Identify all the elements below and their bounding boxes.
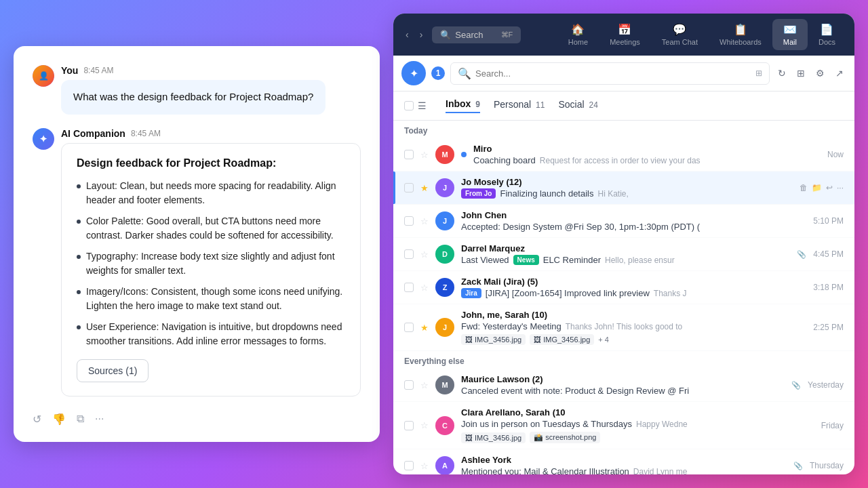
personal-count: 11 bbox=[536, 100, 545, 110]
inbox-row-controls: ☰ bbox=[404, 100, 427, 111]
meetings-icon: 📅 bbox=[618, 23, 631, 36]
sources-button[interactable]: Sources (1) bbox=[77, 359, 149, 382]
email-subject: Coaching board bbox=[473, 155, 536, 165]
tab-home-label: Home bbox=[568, 38, 588, 46]
feedback-text: Typography: Increase body text size slig… bbox=[86, 249, 345, 278]
tab-inbox[interactable]: Inbox 9 bbox=[446, 98, 480, 113]
list-item: User Experience: Navigation is intuitive… bbox=[77, 320, 345, 348]
tab-meetings[interactable]: 📅 Meetings bbox=[599, 19, 651, 50]
jira-tag: Jira bbox=[461, 288, 481, 298]
archive-icon[interactable]: 📁 bbox=[812, 183, 822, 192]
external-link-icon[interactable]: ↗ bbox=[833, 65, 846, 81]
layout-icon[interactable]: ⊞ bbox=[794, 65, 808, 81]
email-row[interactable]: ★ J John, me, Sarah (10) Fwd: Yesterday'… bbox=[393, 304, 854, 351]
active-indicator bbox=[393, 171, 395, 204]
email-checkbox[interactable] bbox=[404, 380, 414, 390]
search-input[interactable] bbox=[475, 68, 751, 79]
email-checkbox[interactable] bbox=[404, 216, 414, 226]
tab-docs[interactable]: 📄 Docs bbox=[808, 19, 846, 50]
toolbar: ✦ 1 🔍 ⊞ ↻ ⊞ ⚙ ↗ bbox=[393, 56, 854, 92]
email-preview: Thanks John! This looks good to bbox=[566, 322, 683, 331]
reply-icon[interactable]: ↩ bbox=[826, 183, 833, 192]
email-main: Clara Arellano, Sarah (10 Join us in per… bbox=[461, 407, 814, 443]
tab-mail[interactable]: ✉️ Mail bbox=[772, 19, 808, 50]
sender-avatar: M bbox=[435, 375, 454, 394]
email-row[interactable]: ☆ M Maurice Lawson (2) Canceled event wi… bbox=[393, 369, 854, 402]
feedback-text: Color Palette: Good overall, but CTA but… bbox=[86, 214, 345, 243]
bullet-icon bbox=[77, 255, 81, 259]
email-preview: Hello, please ensur bbox=[605, 256, 675, 265]
email-main: Zack Mali (Jira) (5) Jira [JIRA] [Zoom-1… bbox=[461, 277, 806, 298]
email-checkbox[interactable] bbox=[404, 323, 414, 332]
email-preview: Request for access in order to view your… bbox=[540, 156, 701, 165]
email-row[interactable]: ☆ M Miro Coaching board Request for acce… bbox=[393, 138, 854, 171]
email-subject: ELC Reminder bbox=[543, 255, 601, 265]
email-checkbox[interactable] bbox=[404, 421, 414, 430]
compose-button[interactable]: ✦ bbox=[401, 61, 426, 85]
email-row[interactable]: ★ J Jo Mosely (12) From Jo Finalizing la… bbox=[393, 171, 854, 205]
list-item: Layout: Clean, but needs more spacing fo… bbox=[77, 179, 345, 207]
search-box[interactable]: 🔍 ⊞ bbox=[450, 62, 770, 85]
email-time: Friday bbox=[821, 421, 844, 430]
email-row[interactable]: ☆ C Clara Arellano, Sarah (10 Join us in… bbox=[393, 402, 854, 449]
email-label: Last Viewed bbox=[461, 255, 509, 265]
email-subject: Finalizing launch details bbox=[500, 188, 593, 199]
select-all-checkbox[interactable] bbox=[404, 101, 414, 110]
team-chat-icon: 💬 bbox=[673, 23, 686, 36]
more-icon[interactable]: ··· bbox=[95, 413, 104, 425]
mail-content: ☰ Inbox 9 Personal 11 Social 24 Today ☆ … bbox=[393, 92, 854, 474]
email-preview: David Lynn me bbox=[633, 467, 688, 475]
refresh-icon[interactable]: ↻ bbox=[775, 65, 789, 81]
sources-label: Sources (1) bbox=[88, 365, 137, 376]
star-icon[interactable]: ☆ bbox=[420, 380, 429, 390]
trash-icon[interactable]: 🗑 bbox=[800, 183, 808, 192]
email-row[interactable]: ☆ Z Zack Mali (Jira) (5) Jira [JIRA] [Zo… bbox=[393, 271, 854, 304]
email-checkbox[interactable] bbox=[404, 249, 414, 259]
star-icon[interactable]: ☆ bbox=[420, 420, 429, 430]
search-options-icon[interactable]: ⊞ bbox=[755, 68, 762, 78]
thumbs-down-icon[interactable]: 👎 bbox=[52, 413, 66, 426]
sender-avatar: Z bbox=[435, 278, 454, 297]
sort-icon[interactable]: ☰ bbox=[418, 100, 427, 111]
star-icon[interactable]: ★ bbox=[420, 323, 429, 333]
email-time: 5:10 PM bbox=[813, 216, 844, 226]
social-count: 24 bbox=[589, 100, 597, 110]
email-row[interactable]: ☆ D Darrel Marquez Last Viewed News ELC … bbox=[393, 238, 854, 271]
inbox-count: 9 bbox=[475, 100, 480, 109]
email-checkbox[interactable] bbox=[404, 283, 414, 292]
sender-avatar: C bbox=[435, 416, 454, 435]
star-icon[interactable]: ★ bbox=[420, 183, 429, 193]
settings-icon[interactable]: ⚙ bbox=[813, 65, 827, 81]
email-row[interactable]: ☆ A Ashlee York Mentioned you: Mail & Ca… bbox=[393, 449, 854, 474]
tab-social[interactable]: Social 24 bbox=[558, 99, 597, 113]
star-icon[interactable]: ☆ bbox=[420, 461, 429, 471]
email-main: Maurice Lawson (2) Canceled event with n… bbox=[461, 374, 785, 396]
nav-forward-button[interactable]: › bbox=[416, 26, 427, 43]
email-subject: Mentioned you: Mail & Calendar Illustrat… bbox=[461, 466, 629, 474]
star-icon[interactable]: ☆ bbox=[420, 249, 429, 260]
refresh-icon[interactable]: ↺ bbox=[33, 413, 41, 426]
tab-team-chat[interactable]: 💬 Team Chat bbox=[651, 19, 709, 50]
email-checkbox[interactable] bbox=[404, 461, 414, 470]
email-checkbox[interactable] bbox=[404, 150, 414, 159]
search-icon: 🔍 bbox=[458, 67, 471, 80]
star-icon[interactable]: ☆ bbox=[420, 283, 429, 293]
email-sender: John, me, Sarah (10) bbox=[461, 310, 806, 320]
search-icon: 🔍 bbox=[440, 30, 451, 40]
more-icon[interactable]: ··· bbox=[837, 183, 844, 192]
email-row[interactable]: ☆ J John Chen Accepted: Design System @F… bbox=[393, 205, 854, 238]
email-time: 2:25 PM bbox=[813, 323, 844, 332]
user-message-meta: You 8:45 AM What was the design feedback… bbox=[61, 65, 326, 115]
ai-message-row: ✦ AI Companion 8:45 AM Design feedback f… bbox=[33, 128, 361, 396]
email-checkbox[interactable] bbox=[404, 183, 414, 192]
attachment-row: 🖼 IMG_3456.jpg 📸 screenshot.png bbox=[461, 432, 814, 443]
nav-back-button[interactable]: ‹ bbox=[401, 26, 413, 43]
star-icon[interactable]: ☆ bbox=[420, 216, 429, 226]
ai-response-card: Design feedback for Project Roadmap: Lay… bbox=[61, 143, 361, 396]
copy-icon[interactable]: ⧉ bbox=[77, 413, 84, 425]
tab-personal[interactable]: Personal 11 bbox=[494, 99, 545, 113]
tab-whiteboards[interactable]: 📋 Whiteboards bbox=[709, 19, 772, 50]
nav-search-bar[interactable]: 🔍 Search ⌘F bbox=[432, 26, 521, 43]
star-icon[interactable]: ☆ bbox=[420, 150, 429, 160]
tab-home[interactable]: 🏠 Home bbox=[557, 19, 599, 50]
